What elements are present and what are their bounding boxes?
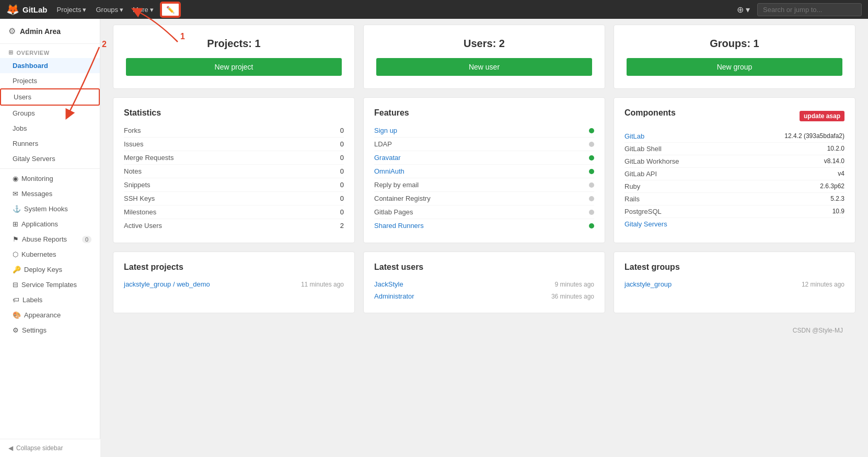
- sidebar-item-dashboard[interactable]: Dashboard: [0, 58, 100, 73]
- sidebar-item-system-hooks[interactable]: ⚓ System Hooks: [0, 201, 100, 216]
- sidebar-header-text: Admin Area: [20, 27, 61, 36]
- more-nav-label: More: [133, 6, 148, 14]
- top-nav-links: Projects ▾ Groups ▾ More ▾ ✏️: [53, 3, 734, 17]
- new-group-button[interactable]: New group: [627, 58, 842, 76]
- feature-omniauth: OmniAuth: [374, 165, 594, 178]
- brand-logo[interactable]: 🦊 GitLab: [6, 3, 48, 16]
- top-nav-right: ⊕ ▾: [734, 3, 862, 17]
- projects-label: Projects: [13, 77, 37, 85]
- postgresql-label: PostgreSQL: [624, 208, 662, 215]
- gitlab-workhorse-version: v8.14.0: [824, 157, 844, 165]
- feature-ldap-label: LDAP: [374, 140, 392, 148]
- latest-user-row-0: JackStyle 9 minutes ago: [374, 278, 594, 290]
- latest-groups-title: Latest groups: [624, 262, 844, 272]
- sidebar-item-users[interactable]: Users: [0, 88, 100, 106]
- new-user-button[interactable]: New user: [376, 58, 592, 76]
- top-nav: 🦊 GitLab Projects ▾ Groups ▾ More ▾ ✏️ ⊕…: [0, 0, 868, 19]
- sidebar-item-applications[interactable]: ⊞ Applications: [0, 216, 100, 232]
- gitlab-api-version: v4: [838, 170, 844, 178]
- more-nav-link[interactable]: More ▾: [129, 4, 158, 16]
- rails-version: 5.2.3: [830, 195, 844, 203]
- gitaly-servers-link[interactable]: Gitaly Servers: [624, 220, 667, 228]
- abuse-reports-badge: 0: [82, 236, 91, 243]
- gitlab-api-label: GitLab API: [624, 170, 657, 178]
- gitlab-version: 12.4.2 (393a5bdafa2): [784, 132, 844, 140]
- latest-projects-panel: Latest projects jackstyle_group / web_de…: [113, 252, 355, 313]
- feature-shared-runners-status: [589, 223, 594, 229]
- latest-group-time-0: 12 minutes ago: [802, 281, 844, 288]
- labels-label: Labels: [22, 296, 42, 304]
- gitlab-link[interactable]: GitLab: [624, 132, 644, 140]
- abuse-reports-icon: ⚑: [13, 235, 19, 243]
- feature-omniauth-link[interactable]: OmniAuth: [374, 167, 404, 175]
- component-postgresql: PostgreSQL 10.9: [624, 205, 844, 218]
- latest-group-link-0[interactable]: jackstyle_group: [624, 280, 672, 288]
- applications-label: Applications: [21, 220, 58, 228]
- latest-user-row-1: Administrator 36 minutes ago: [374, 290, 594, 302]
- sidebar-item-projects[interactable]: Projects: [0, 73, 100, 88]
- sidebar-item-labels[interactable]: 🏷 Labels: [0, 292, 100, 307]
- users-card: Users: 2 New user: [363, 25, 605, 89]
- sidebar-item-appearance[interactable]: 🎨 Appearance: [0, 307, 100, 323]
- latest-project-link-0[interactable]: jackstyle_group / web_demo: [124, 280, 210, 288]
- features-panel: Features Sign up LDAP Gravatar OmniAuth …: [363, 97, 605, 243]
- features-title: Features: [374, 108, 594, 118]
- sidebar-item-messages[interactable]: ✉ Messages: [0, 186, 100, 201]
- plus-icon-button[interactable]: ⊕ ▾: [734, 3, 753, 17]
- stat-ssh-keys: SSH Keys0: [124, 192, 344, 205]
- gitlab-shell-label: GitLab Shell: [624, 145, 662, 153]
- sidebar-item-abuse-reports[interactable]: ⚑ Abuse Reports 0: [0, 232, 100, 247]
- feature-gitlab-pages-status: [589, 210, 594, 215]
- monitoring-icon: ◉: [13, 175, 18, 182]
- sidebar-item-monitoring[interactable]: ◉ Monitoring: [0, 171, 100, 186]
- groups-label: Groups: [13, 109, 35, 117]
- sidebar-item-settings[interactable]: ⚙ Settings: [0, 323, 100, 338]
- page-footer: CSDN @Style-MJ: [113, 322, 855, 339]
- deploy-keys-icon: 🔑: [13, 266, 21, 273]
- users-card-title: Users: 2: [464, 38, 505, 50]
- stat-active-users: Active Users2: [124, 219, 344, 232]
- postgresql-version: 10.9: [832, 208, 844, 215]
- sidebar-item-runners[interactable]: Runners: [0, 136, 100, 151]
- sidebar-item-deploy-keys[interactable]: 🔑 Deploy Keys: [0, 262, 100, 277]
- system-hooks-label: System Hooks: [24, 205, 68, 213]
- component-rails: Rails 5.2.3: [624, 193, 844, 205]
- admin-area-icon: ⚙: [8, 26, 16, 36]
- feature-signup-link[interactable]: Sign up: [374, 127, 397, 134]
- sidebar-item-gitaly-servers[interactable]: Gitaly Servers: [0, 151, 100, 166]
- stat-forks: Forks0: [124, 124, 344, 138]
- gitlab-fox-icon: 🦊: [6, 3, 19, 16]
- new-project-button[interactable]: New project: [126, 58, 342, 76]
- feature-gravatar-link[interactable]: Gravatar: [374, 154, 401, 162]
- stat-milestones: Milestones0: [124, 205, 344, 219]
- sidebar-item-service-templates[interactable]: ⊟ Service Templates: [0, 277, 100, 292]
- applications-icon: ⊞: [13, 220, 18, 228]
- edit-icon-button[interactable]: ✏️: [161, 3, 180, 17]
- feature-gitlab-pages: Gitlab Pages: [374, 205, 594, 219]
- feature-gravatar: Gravatar: [374, 151, 594, 165]
- latest-user-link-1[interactable]: Administrator: [374, 292, 414, 300]
- dashboard-label: Dashboard: [13, 62, 48, 70]
- groups-nav-link[interactable]: Groups ▾: [91, 4, 128, 16]
- feature-omniauth-status: [589, 169, 594, 174]
- feature-shared-runners: Shared Runners: [374, 219, 594, 232]
- ruby-label: Ruby: [624, 182, 640, 190]
- latest-projects-title: Latest projects: [124, 262, 344, 272]
- latest-user-link-0[interactable]: JackStyle: [374, 280, 403, 288]
- search-input[interactable]: [757, 3, 862, 16]
- projects-nav-link[interactable]: Projects ▾: [53, 4, 91, 16]
- latest-group-row-0: jackstyle_group 12 minutes ago: [624, 278, 844, 290]
- feature-shared-runners-link[interactable]: Shared Runners: [374, 222, 424, 230]
- latest-users-title: Latest users: [374, 262, 594, 272]
- appearance-label: Appearance: [24, 311, 61, 319]
- settings-icon: ⚙: [13, 326, 19, 334]
- component-ruby: Ruby 2.6.3p62: [624, 180, 844, 193]
- sidebar-item-groups[interactable]: Groups: [0, 106, 100, 121]
- components-title: Components: [624, 108, 676, 118]
- runners-label: Runners: [13, 140, 38, 147]
- jobs-label: Jobs: [13, 124, 27, 132]
- sidebar-item-jobs[interactable]: Jobs: [0, 121, 100, 136]
- sidebar-item-kubernetes[interactable]: ⬡ Kubernetes: [0, 247, 100, 262]
- gitlab-shell-version: 10.2.0: [827, 145, 844, 153]
- stat-notes: Notes0: [124, 165, 344, 178]
